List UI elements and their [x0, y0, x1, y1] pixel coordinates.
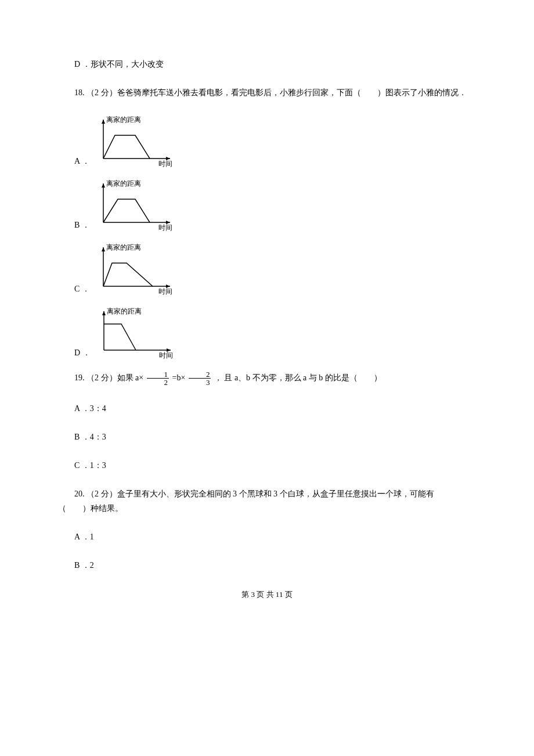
q18-stem-text: 18. （2 分）爸爸骑摩托车送小雅去看电影，看完电影后，小雅步行回家，下面（ …	[58, 88, 467, 97]
q18-option-d: D ． 离家的距离 时间	[58, 307, 476, 359]
svg-marker-3	[102, 120, 105, 124]
chart-a-xlabel: 时间	[158, 160, 172, 167]
fraction-2-3: 2 3	[187, 370, 212, 386]
svg-marker-11	[102, 247, 105, 251]
chart-c: 离家的距离 时间	[95, 243, 182, 295]
q18-option-a-label: A ．	[58, 155, 90, 167]
q18-option-c-label: C ．	[58, 283, 90, 295]
q19-stem-prefix: 19. （2 分）如果 a×	[74, 373, 146, 382]
q17-option-d: D ．形状不同，大小改变	[58, 58, 476, 70]
q18-option-d-label: D ．	[58, 347, 91, 359]
q18-option-a: A ． 离家的距离 时间	[58, 115, 476, 167]
q19-stem: 19. （2 分）如果 a× 1 2 =b× 2 3 ， 且 a、b 不为零，那…	[58, 370, 476, 386]
fraction-1-2: 1 2	[146, 370, 171, 386]
frac2-den: 3	[189, 379, 211, 386]
chart-b: 离家的距离 时间	[95, 179, 182, 231]
chart-b-xlabel: 时间	[158, 224, 172, 231]
q20-option-a: A ．1	[58, 531, 476, 543]
chart-d: 离家的距离 时间	[95, 307, 182, 359]
chart-c-xlabel: 时间	[158, 287, 172, 295]
q19-stem-suffix: ， 且 a、b 不为零，那么 a 与 b 的比是（ ）	[214, 373, 382, 382]
q18-option-c: C ． 离家的距离 时间	[58, 243, 476, 295]
q20-stem: 20. （2 分）盒子里有大小、形状完全相同的 3 个黑球和 3 个白球，从盒子…	[58, 488, 476, 500]
q19-option-b: B ．4：3	[58, 431, 476, 443]
q19-option-c: C ．1：3	[58, 459, 476, 471]
svg-marker-15	[102, 311, 106, 315]
chart-b-ylabel: 离家的距离	[106, 179, 141, 188]
q19-option-a: A ．3：4	[58, 402, 476, 415]
q20-stem-line2-wrap: （ ）种结果。	[58, 502, 476, 514]
chart-d-ylabel: 离家的距离	[107, 307, 142, 315]
svg-marker-7	[102, 183, 105, 188]
q20-stem-line2: （ ）种结果。	[58, 504, 123, 513]
chart-a-ylabel: 离家的距离	[106, 116, 141, 124]
q19-stem-mid: =b×	[172, 373, 187, 382]
chart-d-xlabel: 时间	[159, 351, 173, 359]
q18-stem: 18. （2 分）爸爸骑摩托车送小雅去看电影，看完电影后，小雅步行回家，下面（ …	[58, 87, 476, 99]
q20-option-b: B ．2	[58, 559, 476, 571]
page-footer: 第 3 页 共 11 页	[58, 589, 476, 600]
chart-c-ylabel: 离家的距离	[106, 243, 141, 251]
frac1-num: 1	[147, 370, 169, 379]
q18-option-b: B ． 离家的距离 时间	[58, 179, 476, 231]
chart-a: 离家的距离 时间	[95, 115, 182, 167]
q20-stem-line1: 20. （2 分）盒子里有大小、形状完全相同的 3 个黑球和 3 个白球，从盒子…	[58, 489, 434, 498]
q18-option-b-label: B ．	[58, 219, 90, 231]
frac1-den: 2	[147, 379, 169, 386]
frac2-num: 2	[189, 370, 211, 379]
